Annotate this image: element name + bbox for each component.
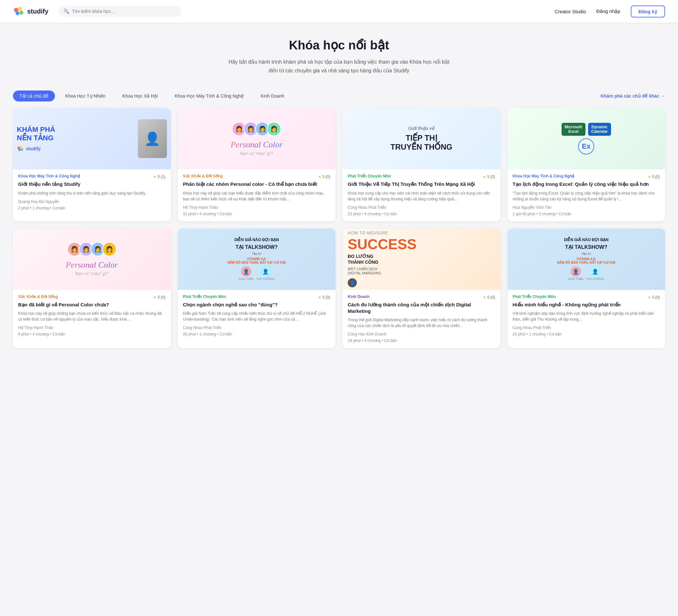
course-category-1: Khoa Học Máy Tính & Công Nghệ — [18, 174, 80, 178]
search-icon: 🔍 — [64, 8, 70, 14]
svg-point-7 — [18, 149, 21, 151]
course-body-1: Khoa Học Máy Tính & Công Nghệ ★ 5 (1) Gi… — [13, 169, 171, 215]
course-card-3[interactable]: Giới thiệu về TIẾP THỊTRUYỀN THỐNG Phát … — [343, 108, 500, 221]
course-title-8: Hiểu mình hiểu nghề - Không ngừng phát t… — [513, 301, 660, 308]
filter-tab-all[interactable]: Tất cả chủ đề — [13, 90, 55, 101]
course-rating-8: ★ 5 (0) — [648, 295, 660, 299]
course-card-5[interactable]: 👩 👩 👩 👩 Personal Color Bạn có "màu" gì? … — [13, 229, 171, 348]
filter-tab-business[interactable]: Kinh Doanh — [254, 90, 291, 101]
course-meta-7: 19 phút • 3 chương • Cơ bản — [348, 338, 495, 343]
course-desc-6: Diễn giả Nam Trần sẽ cung cấp nhiều kiến… — [183, 311, 331, 322]
course-meta-1: 2 phút • 1 chương • Cơ bản — [18, 206, 165, 210]
search-bar: 🔍 — [58, 6, 181, 17]
svg-point-6 — [21, 148, 23, 151]
course-thumb-4: MicrosoftExcel DynamicCalendar Ex — [507, 108, 665, 169]
course-meta-4: 1 giờ 45 phút • 3 chương • Cơ bản — [513, 212, 660, 216]
course-title-5: Bạn đã biết gì về Personal Color chưa? — [18, 301, 165, 308]
filter-tab-cs[interactable]: Khoa Học Máy Tính & Công Nghệ — [168, 90, 250, 101]
course-card-7[interactable]: HOW TO MEASURE SUCCESS ĐO LƯỜNGTHÀNH CÔN… — [343, 229, 500, 348]
filter-bar: Tất cả chủ đề Khoa Học Tự Nhiên Khoa Học… — [0, 85, 678, 108]
svg-point-3 — [15, 11, 20, 15]
course-card-8[interactable]: DIỄN GIẢ NÀO ĐỢI BẠN TẠI TALKSHOW? Tập #… — [507, 229, 665, 348]
course-rating-3: ★ 5 (0) — [483, 174, 495, 179]
course-rating-5: ★ 5 (0) — [153, 295, 165, 299]
course-body-3: Phát Triển Chuyên Môn ★ 5 (0) Giới Thiệu… — [343, 169, 500, 221]
course-author-6: Cùng Nhau Phát Triển — [183, 325, 331, 330]
course-desc-2: Khóa học này sẽ giúp các bạn hiểu được đ… — [183, 190, 331, 202]
course-thumb-8: DIỄN GIẢ NÀO ĐỢI BẠN TẠI TALKSHOW? Tập #… — [507, 229, 665, 290]
course-category-3: Phát Triển Chuyên Môn — [348, 174, 391, 178]
hero-title: Khóa học nổi bật — [6, 38, 672, 52]
course-desc-7: Trong thế giới Digital Marketing đầy cạn… — [348, 317, 495, 329]
course-meta-2: 31 phút • 4 chương • Cơ bản — [183, 212, 331, 216]
course-author-1: Quang Huy Bùi Nguyễn — [18, 199, 165, 204]
svg-point-5 — [20, 146, 22, 148]
course-thumb-3: Giới thiệu về TIẾP THỊTRUYỀN THỐNG — [343, 108, 500, 169]
nav-login[interactable]: Đăng nhập — [597, 8, 620, 14]
logo[interactable]: studify — [13, 5, 48, 17]
course-thumb-5: 👩 👩 👩 👩 Personal Color Bạn có "màu" gì? — [13, 229, 171, 290]
course-desc-4: "Tạo lịch động trong Excel: Quản lý công… — [513, 190, 660, 202]
course-author-4: Hứa Nguyễn Vĩnh Tân — [513, 205, 660, 210]
course-title-4: Tạo lịch động trong Excel: Quản lý công … — [513, 181, 660, 188]
course-meta-6: 26 phút • 1 chương • Cơ bản — [183, 332, 331, 336]
course-title-3: Giới Thiệu Về Tiếp Thị Truyền Thống Trên… — [348, 181, 495, 188]
course-body-6: Phát Triển Chuyên Môn ★ 5 (0) Chọn ngành… — [178, 290, 336, 342]
course-rating-2: ★ 5 (0) — [318, 174, 330, 179]
nav-links: Creator Studio Đăng nhập Đăng ký — [555, 5, 665, 17]
course-category-5: Sức Khỏe & Đời Sống — [18, 294, 58, 299]
course-body-4: Khoa Học Máy Tính & Công Nghệ ★ 5 (0) Tạ… — [507, 169, 665, 221]
course-thumb-6: DIỄN GIẢ NÀO ĐỢI BẠN TẠI TALKSHOW? Tập #… — [178, 229, 336, 290]
course-body-8: Phát Triển Chuyên Môn ★ 5 (0) Hiểu mình … — [507, 290, 665, 342]
course-rating-7: ★ 5 (0) — [483, 295, 495, 299]
course-rating-4: ★ 5 (0) — [648, 174, 660, 179]
course-rating-6: ★ 5 (0) — [318, 295, 330, 299]
course-meta-3: 23 phút • 4 chương • Cơ bản — [348, 212, 495, 216]
course-desc-3: Khóa học cung cấp cho học viên cái nhìn … — [348, 190, 495, 202]
course-thumb-2: 👩 👩 👩 👩 Personal Color Bạn có "màu" gì? — [178, 108, 336, 169]
svg-point-2 — [20, 11, 23, 14]
register-button[interactable]: Đăng ký — [631, 5, 665, 17]
filter-tab-social[interactable]: Khoa Học Xã Hội — [116, 90, 164, 101]
course-title-7: Cách đo lường thành công của một chiến d… — [348, 301, 495, 315]
course-category-4: Khoa Học Máy Tính & Công Nghệ — [513, 174, 574, 178]
course-category-6: Phát Triển Chuyên Môn — [183, 294, 226, 299]
hero-section: Khóa học nổi bật Hãy bắt đầu hành trình … — [0, 23, 678, 85]
course-meta-5: 9 phút • 4 chương • Cơ bản — [18, 332, 165, 336]
course-category-8: Phát Triển Chuyên Môn — [513, 294, 556, 299]
filter-tab-natural[interactable]: Khoa Học Tự Nhiên — [59, 90, 112, 101]
logo-icon — [13, 5, 25, 17]
header: studify 🔍 Creator Studio Đăng nhập Đăng … — [0, 0, 678, 23]
course-card-4[interactable]: MicrosoftExcel DynamicCalendar Ex Khoa H… — [507, 108, 665, 221]
explore-link[interactable]: Khám phá các chủ đề khác → — [601, 93, 665, 98]
course-author-2: Hồ Thùy Hạnh Thảo — [183, 205, 331, 210]
course-title-6: Chọn ngành chọn nghề sao cho "đúng"? — [183, 301, 331, 308]
course-body-7: Kinh Doanh ★ 5 (0) Cách đo lường thành c… — [343, 290, 500, 348]
course-grid: KHÁM PHÁNỀN TẢNG studify 👤 — [0, 108, 678, 361]
course-card-2[interactable]: 👩 👩 👩 👩 Personal Color Bạn có "màu" gì? … — [178, 108, 336, 221]
course-author-3: Cùng Nhau Phát Triển — [348, 205, 495, 210]
course-author-8: Cùng Nhau Phát Triển — [513, 325, 660, 330]
course-desc-1: Khám phá những tính năng thú vị trên nền… — [18, 190, 165, 196]
course-thumb-1: KHÁM PHÁNỀN TẢNG studify 👤 — [13, 108, 171, 169]
course-desc-8: Với kinh nghiệm dày dạn trong lĩnh vực đ… — [513, 311, 660, 322]
nav-creator-studio[interactable]: Creator Studio — [555, 9, 586, 14]
logo-text: studify — [27, 8, 48, 15]
course-body-2: Sức Khỏe & Đời Sống ★ 5 (0) Phân biệt cá… — [178, 169, 336, 221]
course-card-1[interactable]: KHÁM PHÁNỀN TẢNG studify 👤 — [13, 108, 171, 221]
course-meta-8: 20 phút • 1 chương • Cơ bản — [513, 332, 660, 336]
course-thumb-7: HOW TO MEASURE SUCCESS ĐO LƯỜNGTHÀNH CÔN… — [343, 229, 500, 290]
svg-point-1 — [18, 7, 22, 11]
course-card-6[interactable]: DIỄN GIẢ NÀO ĐỢI BẠN TẠI TALKSHOW? Tập #… — [178, 229, 336, 348]
course-author-7: Cùng Học Kinh Doanh — [348, 332, 495, 336]
course-category-2: Sức Khỏe & Đời Sống — [183, 174, 223, 178]
course-desc-5: Khóa học này sẽ giúp những bạn chưa có k… — [18, 311, 165, 322]
course-rating-1: ★ 5 (1) — [153, 174, 165, 179]
course-title-1: Giới thiệu nền tảng Studify — [18, 181, 165, 188]
course-category-7: Kinh Doanh — [348, 294, 369, 299]
hero-subtitle: Hãy bắt đầu hành trình khám phá và học t… — [226, 57, 452, 75]
course-body-5: Sức Khỏe & Đời Sống ★ 5 (0) Bạn đã biết … — [13, 290, 171, 342]
course-title-2: Phân biệt các nhóm Personal color - Có t… — [183, 181, 331, 188]
search-input[interactable] — [72, 9, 176, 14]
course-author-5: Hồ Thùy Hạnh Thảo — [18, 325, 165, 330]
